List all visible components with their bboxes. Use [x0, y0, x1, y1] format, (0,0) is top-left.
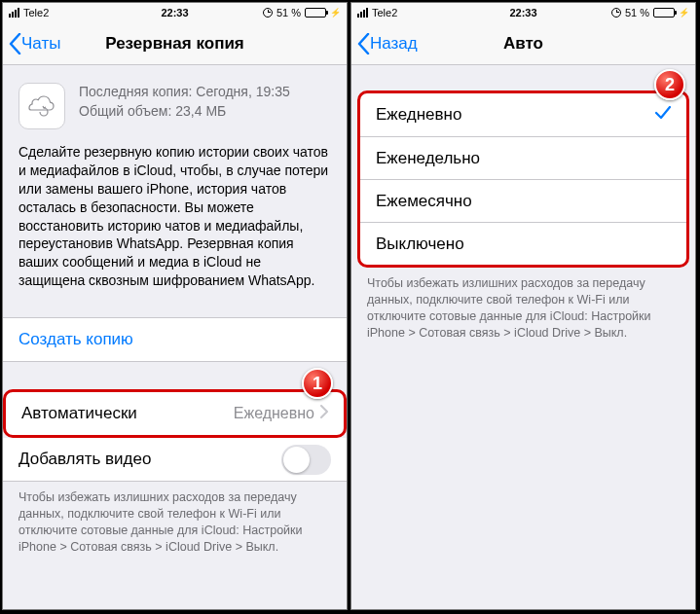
last-backup-label: Последняя копия: Сегодня, 19:35 — [79, 83, 290, 102]
alarm-icon — [263, 8, 273, 18]
backup-description: Сделайте резервную копию истории своих ч… — [3, 143, 347, 306]
phone-left: Tele2 22:33 51 % ⚡ Чаты Резервная копия … — [2, 2, 348, 610]
include-video-switch[interactable] — [281, 445, 331, 475]
signal-icon — [9, 8, 19, 18]
content-area: 2 Ежедневно Еженедельно Ежемесячно Выклю… — [351, 65, 695, 609]
chevron-left-icon — [357, 33, 370, 54]
footnote-text: Чтобы избежать излишних расходов за пере… — [3, 482, 347, 563]
chevron-left-icon — [9, 33, 21, 54]
carrier-label: Tele2 — [372, 7, 397, 18]
option-weekly[interactable]: Еженедельно — [360, 136, 686, 179]
step-badge-1: 1 — [302, 368, 333, 399]
nav-bar: Назад Авто — [351, 22, 695, 65]
phone-right: Tele2 22:33 51 % ⚡ Назад Авто 2 Ежедневн… — [350, 2, 696, 610]
option-weekly-label: Еженедельно — [376, 149, 480, 168]
carrier-label: Tele2 — [23, 7, 49, 18]
option-off-label: Выключено — [376, 235, 464, 254]
backup-size-label: Общий объем: 23,4 МБ — [79, 102, 290, 122]
auto-label: Автоматически — [21, 404, 137, 423]
frequency-list-highlight: Ежедневно Еженедельно Ежемесячно Выключе… — [357, 90, 689, 268]
auto-backup-row[interactable]: Автоматически Ежедневно — [6, 392, 344, 435]
option-daily-label: Ежедневно — [376, 105, 461, 125]
charging-icon: ⚡ — [330, 8, 341, 18]
charging-icon: ⚡ — [679, 8, 689, 18]
alarm-icon — [611, 8, 621, 18]
create-backup-button[interactable]: Создать копию — [3, 318, 347, 361]
status-bar: Tele2 22:33 51 % ⚡ — [3, 3, 347, 22]
cloud-refresh-icon — [18, 83, 65, 129]
battery-pct-label: 51 % — [276, 7, 301, 18]
option-daily[interactable]: Ежедневно — [360, 93, 686, 136]
option-off[interactable]: Выключено — [360, 222, 686, 265]
status-bar: Tele2 22:33 51 % ⚡ — [351, 3, 695, 22]
option-monthly-label: Ежемесячно — [376, 192, 472, 211]
create-backup-group: Создать копию — [3, 317, 347, 362]
battery-pct-label: 51 % — [625, 7, 649, 18]
checkmark-icon — [655, 105, 671, 125]
include-video-group: Добавлять видео — [3, 438, 347, 482]
auto-row-highlight: Автоматически Ежедневно — [3, 389, 347, 438]
back-label: Чаты — [21, 34, 60, 54]
back-button[interactable]: Чаты — [3, 33, 60, 54]
step-badge-2: 2 — [654, 69, 685, 100]
footnote-text: Чтобы избежать излишних расходов за пере… — [351, 268, 695, 349]
include-video-label: Добавлять видео — [18, 450, 151, 469]
content-area: Последняя копия: Сегодня, 19:35 Общий об… — [3, 65, 347, 609]
battery-icon — [653, 8, 675, 18]
nav-bar: Чаты Резервная копия — [3, 22, 347, 65]
backup-info: Последняя копия: Сегодня, 19:35 Общий об… — [3, 65, 347, 143]
auto-value: Ежедневно — [234, 405, 314, 422]
back-button[interactable]: Назад — [351, 33, 418, 54]
back-label: Назад — [370, 34, 418, 54]
signal-icon — [357, 8, 368, 18]
create-backup-label: Создать копию — [18, 330, 133, 349]
option-monthly[interactable]: Ежемесячно — [360, 179, 686, 222]
battery-icon — [305, 8, 326, 18]
chevron-right-icon — [320, 405, 328, 422]
include-video-row: Добавлять видео — [3, 438, 347, 481]
